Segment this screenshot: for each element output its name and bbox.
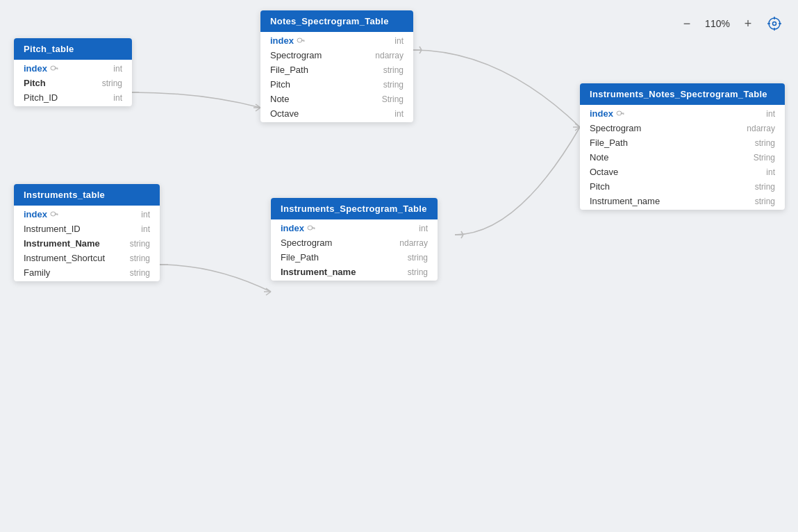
field-name: Octave: [590, 167, 618, 177]
field-name: Pitch: [590, 181, 610, 192]
svg-rect-25: [56, 68, 58, 69]
table-row: Instrument_Name string: [14, 236, 160, 251]
table-row: Spectrogram ndarray: [580, 121, 785, 135]
field-name: index: [270, 35, 294, 46]
field-name: Instrument_name: [590, 196, 660, 206]
pitch-table: Pitch_table index int Pitch: [14, 38, 132, 106]
field-name: Octave: [270, 108, 299, 119]
svg-line-18: [419, 47, 422, 50]
table-row: File_Path string: [580, 135, 785, 150]
field-type: int: [766, 109, 775, 119]
field-name: Note: [270, 94, 289, 104]
table-row: Family string: [14, 265, 160, 280]
svg-line-16: [575, 127, 580, 131]
pk-icon: [616, 110, 624, 118]
svg-rect-30: [301, 40, 304, 40]
svg-line-12: [266, 288, 271, 292]
field-type: string: [383, 80, 404, 90]
field-name: Pitch_ID: [24, 92, 58, 103]
field-name: File_Path: [270, 65, 308, 75]
field-type: string: [408, 253, 428, 263]
field-name: Instrument_name: [281, 267, 356, 277]
field-type: int: [419, 224, 428, 233]
field-type: ndarray: [747, 124, 775, 133]
field-name: File_Path: [590, 138, 628, 148]
table-row: Instrument_Shortcut string: [14, 251, 160, 265]
field-type: string: [755, 197, 775, 206]
svg-line-21: [461, 231, 463, 235]
recenter-button[interactable]: [765, 14, 784, 33]
field-type: int: [141, 210, 150, 219]
table-row: index int: [271, 221, 438, 235]
svg-rect-34: [313, 228, 315, 228]
field-name: Spectrogram: [590, 123, 641, 133]
svg-rect-27: [54, 213, 58, 214]
field-type: ndarray: [399, 238, 428, 248]
field-name: File_Path: [281, 252, 319, 263]
table-row: Spectrogram ndarray: [260, 48, 413, 63]
svg-line-8: [256, 104, 260, 108]
table-row: index int: [14, 61, 132, 76]
field-type: int: [141, 224, 150, 234]
instruments-notes-spectrogram-table-body: index int Spectrogram ndarray File_Pat: [580, 105, 785, 210]
table-row: Instrument_name string: [271, 265, 438, 279]
notes-spectrogram-table-header: Notes_Spectrogram_Table: [260, 10, 413, 32]
svg-point-0: [769, 18, 780, 29]
svg-rect-31: [303, 40, 304, 41]
field-type: String: [382, 94, 404, 104]
pk-icon: [50, 65, 58, 73]
field-name: Pitch: [24, 78, 46, 88]
field-name: Note: [590, 152, 608, 163]
field-type: string: [408, 267, 428, 277]
field-name: Pitch: [270, 79, 290, 90]
svg-rect-36: [620, 113, 624, 113]
svg-line-13: [266, 292, 271, 295]
instruments-notes-spectrogram-table-header: Instruments_Notes_Spectrogram_Table: [580, 83, 785, 105]
notes-spectrogram-table: Notes_Spectrogram_Table index int: [260, 10, 413, 122]
table-row: Instrument_ID int: [14, 222, 160, 236]
field-type: string: [130, 239, 150, 249]
zoom-out-button[interactable]: −: [677, 14, 697, 33]
pk-icon: [297, 37, 305, 45]
svg-line-15: [575, 124, 580, 127]
table-row: index int: [260, 33, 413, 48]
svg-point-1: [773, 22, 776, 26]
table-row: index int: [14, 207, 160, 222]
table-row: Pitch_ID int: [14, 90, 132, 105]
instruments-spectrogram-table-body: index int Spectrogram ndarray File_Pat: [271, 219, 438, 281]
zoom-in-button[interactable]: +: [738, 14, 758, 33]
instruments-table-body: index int Instrument_ID int Instrument: [14, 206, 160, 281]
svg-line-19: [419, 50, 422, 53]
field-name: Spectrogram: [281, 238, 332, 248]
field-name: Spectrogram: [270, 50, 322, 60]
pk-icon: [307, 224, 315, 233]
table-row: File_Path string: [260, 63, 413, 77]
field-name: index: [24, 63, 47, 74]
svg-rect-33: [311, 227, 315, 228]
field-name: Instrument_Shortcut: [24, 253, 105, 263]
pitch-table-header: Pitch_table: [14, 38, 132, 60]
canvas: − 110% +: [0, 0, 798, 532]
notes-spectrogram-table-body: index int Spectrogram ndarray File_Pat: [260, 32, 413, 122]
table-row: Note String: [260, 92, 413, 106]
field-name: index: [281, 223, 304, 233]
field-type: int: [394, 36, 404, 46]
field-type: string: [130, 268, 150, 278]
instruments-notes-spectrogram-table: Instruments_Notes_Spectrogram_Table inde…: [580, 83, 785, 210]
pk-icon: [50, 210, 58, 219]
instruments-spectrogram-table: Instruments_Spectrogram_Table index int: [271, 198, 438, 281]
svg-line-9: [256, 108, 260, 111]
svg-line-22: [461, 235, 463, 238]
field-type: string: [130, 253, 150, 263]
field-type: string: [102, 78, 122, 88]
field-type: int: [766, 167, 775, 177]
instruments-table-header: Instruments_table: [14, 184, 160, 206]
field-name: Family: [24, 267, 50, 278]
field-type: int: [394, 109, 404, 119]
field-type: String: [754, 153, 775, 163]
table-row: Pitch string: [260, 77, 413, 92]
field-type: string: [755, 182, 775, 192]
field-name: index: [590, 108, 613, 119]
table-row: Octave int: [580, 165, 785, 179]
svg-rect-37: [622, 113, 624, 114]
